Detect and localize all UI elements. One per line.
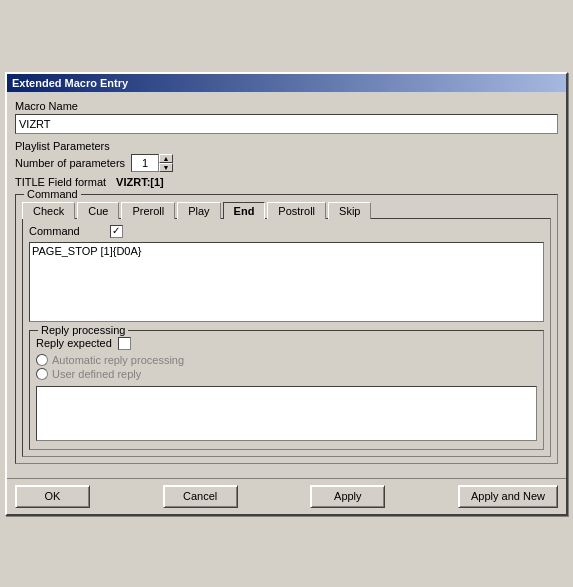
command-section: Command Check Cue Preroll Play End Postr… [15, 194, 558, 464]
num-params-row: Number of parameters ▲ ▼ [15, 154, 558, 172]
command-label: Command [29, 225, 80, 237]
window-title: Extended Macro Entry [12, 77, 128, 89]
macro-name-label: Macro Name [15, 100, 558, 112]
spinner-up[interactable]: ▲ [159, 154, 173, 163]
tab-skip[interactable]: Skip [328, 202, 371, 219]
button-bar: OK Cancel Apply Apply and New [7, 478, 566, 514]
command-section-label: Command [24, 188, 81, 200]
user-reply-label: User defined reply [52, 368, 141, 380]
reply-expected-label: Reply expected [36, 337, 112, 349]
num-params-input[interactable] [131, 154, 159, 172]
title-format-label: TITLE Field format [15, 176, 106, 188]
tab-panel: Command PAGE_STOP [1]{D0A} Reply process… [22, 218, 551, 457]
user-reply-row: User defined reply [36, 368, 537, 380]
playlist-params-section: Playlist Parameters Number of parameters… [15, 140, 558, 188]
tab-cue[interactable]: Cue [77, 202, 119, 219]
auto-reply-label: Automatic reply processing [52, 354, 184, 366]
apply-button[interactable]: Apply [310, 485, 385, 508]
tab-play[interactable]: Play [177, 202, 220, 219]
tab-preroll[interactable]: Preroll [121, 202, 175, 219]
apply-new-button[interactable]: Apply and New [458, 485, 558, 508]
tab-postroll[interactable]: Postroll [267, 202, 326, 219]
playlist-params-label: Playlist Parameters [15, 140, 558, 152]
reply-textarea[interactable] [36, 386, 537, 441]
window-body: Macro Name Playlist Parameters Number of… [7, 92, 566, 478]
reply-expected-row: Reply expected [36, 337, 537, 350]
title-format-value: VIZRT:[1] [116, 176, 164, 188]
reply-section: Reply processing Reply expected Automati… [29, 330, 544, 450]
main-window: Extended Macro Entry Macro Name Playlist… [5, 72, 568, 516]
tab-check[interactable]: Check [22, 202, 75, 219]
command-row: Command [29, 225, 544, 238]
reply-section-label: Reply processing [38, 324, 128, 336]
cancel-button[interactable]: Cancel [163, 485, 238, 508]
title-bar: Extended Macro Entry [7, 74, 566, 92]
command-inner: Check Cue Preroll Play End Postroll Skip… [16, 195, 557, 463]
auto-reply-radio[interactable] [36, 354, 48, 366]
macro-name-input[interactable] [15, 114, 558, 134]
user-reply-radio[interactable] [36, 368, 48, 380]
auto-reply-row: Automatic reply processing [36, 354, 537, 366]
spinner-down[interactable]: ▼ [159, 163, 173, 172]
tab-end[interactable]: End [223, 202, 266, 219]
title-format-row: TITLE Field format VIZRT:[1] [15, 176, 558, 188]
command-textarea[interactable]: PAGE_STOP [1]{D0A} [29, 242, 544, 322]
spinner-buttons: ▲ ▼ [159, 154, 173, 172]
num-params-label: Number of parameters [15, 157, 125, 169]
ok-button[interactable]: OK [15, 485, 90, 508]
reply-expected-checkbox[interactable] [118, 337, 131, 350]
command-checkbox[interactable] [110, 225, 123, 238]
tabs-container: Check Cue Preroll Play End Postroll Skip [22, 201, 551, 218]
num-params-spinner: ▲ ▼ [131, 154, 173, 172]
